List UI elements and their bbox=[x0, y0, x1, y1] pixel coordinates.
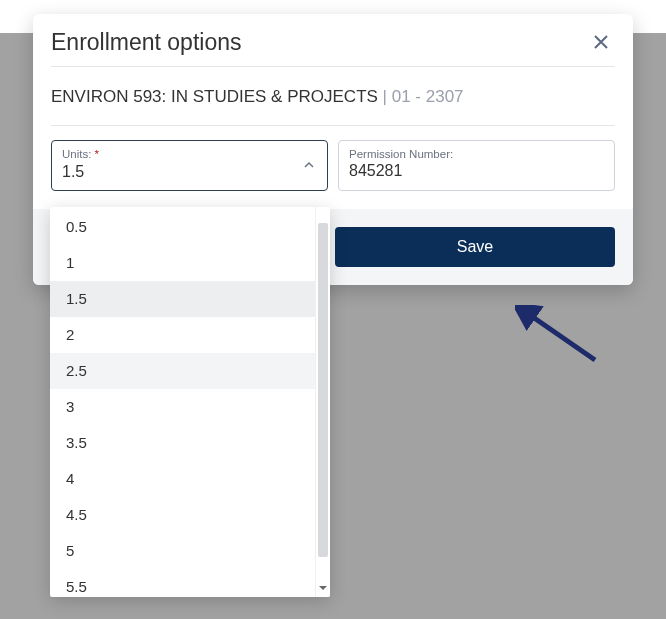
modal-body: ENVIRON 593: IN STUDIES & PROJECTS | 01 … bbox=[33, 66, 633, 209]
units-value: 1.5 bbox=[62, 161, 317, 182]
required-marker: * bbox=[95, 148, 99, 160]
units-option[interactable]: 0.5 bbox=[50, 209, 315, 245]
units-option[interactable]: 3 bbox=[50, 389, 315, 425]
units-option[interactable]: 1.5 bbox=[50, 281, 315, 317]
permission-number-field[interactable]: Permission Number: bbox=[338, 140, 615, 191]
modal-title: Enrollment options bbox=[51, 29, 242, 56]
dropdown-scrollbar[interactable] bbox=[315, 207, 330, 597]
permission-label: Permission Number: bbox=[349, 147, 604, 161]
course-code-name: ENVIRON 593: IN STUDIES & PROJECTS bbox=[51, 87, 378, 106]
form-row: Units: * 1.5 Permission Number: bbox=[51, 126, 615, 191]
units-label: Units: * bbox=[62, 147, 317, 161]
units-option[interactable]: 1 bbox=[50, 245, 315, 281]
close-icon bbox=[593, 34, 609, 50]
units-option[interactable]: 5.5 bbox=[50, 569, 315, 597]
units-option[interactable]: 3.5 bbox=[50, 425, 315, 461]
course-heading: ENVIRON 593: IN STUDIES & PROJECTS | 01 … bbox=[51, 66, 615, 126]
close-button[interactable] bbox=[587, 28, 615, 56]
units-option[interactable]: 5 bbox=[50, 533, 315, 569]
modal-header: Enrollment options bbox=[33, 14, 633, 66]
save-button[interactable]: Save bbox=[335, 227, 615, 267]
chevron-up-icon bbox=[303, 157, 315, 175]
units-option[interactable]: 4.5 bbox=[50, 497, 315, 533]
course-section: | 01 - 2307 bbox=[378, 87, 464, 106]
scroll-down-icon[interactable] bbox=[316, 581, 330, 595]
units-option[interactable]: 2 bbox=[50, 317, 315, 353]
units-option-list[interactable]: 0.511.522.533.544.555.5 bbox=[50, 207, 315, 597]
units-select[interactable]: Units: * 1.5 bbox=[51, 140, 328, 191]
permission-input[interactable] bbox=[349, 161, 604, 180]
scrollbar-thumb[interactable] bbox=[318, 223, 328, 557]
units-option[interactable]: 2.5 bbox=[50, 353, 315, 389]
units-option[interactable]: 4 bbox=[50, 461, 315, 497]
units-dropdown: 0.511.522.533.544.555.5 bbox=[50, 207, 330, 597]
